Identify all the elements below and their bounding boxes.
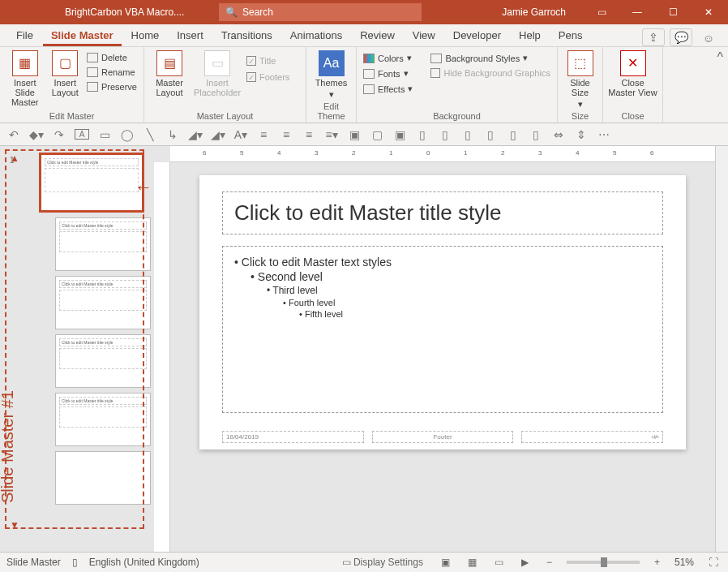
effects-button[interactable]: Effects ▾ xyxy=(362,83,414,95)
normal-view-icon[interactable]: ▣ xyxy=(438,557,453,568)
group-label-size: Size xyxy=(563,110,597,121)
fontcolor-icon[interactable]: A▾ xyxy=(233,128,248,141)
tab-view[interactable]: View xyxy=(405,26,443,46)
title-bar: BrightCarbon VBA Macro.... 🔍 Search Jami… xyxy=(0,0,728,24)
face-icon[interactable]: ☺ xyxy=(697,30,720,46)
bullet-l3[interactable]: Third level xyxy=(267,284,651,297)
body-placeholder[interactable]: Click to edit Master text styles Second … xyxy=(222,246,663,413)
dist-v-icon[interactable]: ⇕ xyxy=(574,128,589,141)
more-icon[interactable]: ⋯ xyxy=(597,128,611,141)
redo-icon[interactable]: ↷ xyxy=(52,128,66,141)
themes-button[interactable]: AaThemes▾ xyxy=(311,50,351,99)
close-master-view-button[interactable]: ✕Close Master View xyxy=(608,50,657,97)
colors-button[interactable]: Colors ▾ xyxy=(362,52,414,64)
align-obj2-icon[interactable]: ▯ xyxy=(438,128,452,141)
maximize-icon[interactable]: ☐ xyxy=(657,0,689,24)
tab-home[interactable]: Home xyxy=(123,26,168,46)
zoom-slider[interactable] xyxy=(567,561,640,564)
arrow-down-icon: ▼ xyxy=(10,519,19,531)
slide-size-button[interactable]: ⬚Slide Size▾ xyxy=(563,50,597,109)
fonts-button[interactable]: Fonts ▾ xyxy=(362,67,414,80)
slide-canvas[interactable]: Click to edit Master title style Click t… xyxy=(170,162,715,552)
ribbon: ▦Insert Slide Master ▢Insert Layout Dele… xyxy=(0,47,728,123)
zoom-out-icon[interactable]: − xyxy=(543,557,555,568)
align-center-icon[interactable]: ≡ xyxy=(279,128,293,141)
line-icon[interactable]: ╲ xyxy=(143,128,157,141)
background-styles-button[interactable]: Background Styles ▾ xyxy=(429,52,551,64)
status-language[interactable]: English (United Kingdom) xyxy=(89,557,199,568)
ribbon-display-icon[interactable]: ▭ xyxy=(585,0,618,24)
tab-file[interactable]: File xyxy=(8,26,41,46)
sorter-view-icon[interactable]: ▦ xyxy=(465,557,480,568)
comments-icon[interactable]: 💬 xyxy=(670,28,692,46)
align-obj4-icon[interactable]: ▯ xyxy=(483,128,498,141)
group-icon[interactable]: ▣ xyxy=(392,128,407,141)
thumbnail-panel[interactable]: 1 Click to edit Master title style Click… xyxy=(0,146,154,552)
tab-developer[interactable]: Developer xyxy=(445,26,509,46)
vertical-scrollbar[interactable] xyxy=(715,146,728,552)
align-obj6-icon[interactable]: ▯ xyxy=(529,128,543,141)
textbox-icon[interactable]: A xyxy=(75,129,89,140)
align-obj1-icon[interactable]: ▯ xyxy=(415,128,430,141)
horizontal-ruler[interactable]: 6543210123456 xyxy=(170,146,715,162)
rename-button[interactable]: Rename xyxy=(85,67,139,78)
vertical-ruler[interactable] xyxy=(154,162,170,552)
group-label-edit-master: Edit Master xyxy=(5,110,139,121)
outline-icon[interactable]: ◢▾ xyxy=(211,128,225,141)
undo-icon[interactable]: ↶ xyxy=(6,128,21,141)
close-icon[interactable]: ✕ xyxy=(692,0,725,24)
dist-h-icon[interactable]: ⇔ xyxy=(551,128,566,141)
slideshow-icon[interactable]: ▶ xyxy=(518,557,532,568)
search-box[interactable]: 🔍 Search xyxy=(219,3,422,21)
align-just-icon[interactable]: ≡▾ xyxy=(324,128,339,141)
display-settings-button[interactable]: ▭ Display Settings xyxy=(339,557,426,568)
connector-icon[interactable]: ↳ xyxy=(165,128,180,141)
fit-window-icon[interactable]: ⛶ xyxy=(705,557,722,568)
tab-animations[interactable]: Animations xyxy=(282,26,350,46)
preserve-button[interactable]: Preserve xyxy=(85,81,139,92)
share-icon[interactable]: ⇪ xyxy=(642,28,665,46)
title-placeholder[interactable]: Click to edit Master title style xyxy=(222,191,663,234)
master-layout-button[interactable]: ▤Master Layout xyxy=(149,50,190,97)
align-obj5-icon[interactable]: ▯ xyxy=(506,128,520,141)
bullet-l4[interactable]: Fourth level xyxy=(283,297,651,308)
pagenum-placeholder[interactable]: ‹#› xyxy=(521,431,663,443)
oval-icon[interactable]: ◯ xyxy=(120,128,135,141)
tab-pens[interactable]: Pens xyxy=(550,26,591,46)
align-obj3-icon[interactable]: ▯ xyxy=(460,128,475,141)
collapse-ribbon-icon[interactable]: ^ xyxy=(663,47,728,123)
shape-icon[interactable]: ◆▾ xyxy=(29,128,44,141)
tab-transitions[interactable]: Transitions xyxy=(213,26,280,46)
fill-icon[interactable]: ◢▾ xyxy=(188,128,203,141)
group-label-edit-theme: Edit Theme xyxy=(311,100,351,121)
zoom-in-icon[interactable]: + xyxy=(651,557,663,568)
bring-front-icon[interactable]: ▣ xyxy=(347,128,362,141)
tab-insert[interactable]: Insert xyxy=(169,26,212,46)
footer-placeholder[interactable]: Footer xyxy=(372,431,514,443)
insert-slide-master-button[interactable]: ▦Insert Slide Master xyxy=(5,50,45,107)
bullet-l5[interactable]: Fifth level xyxy=(299,308,651,320)
bullet-l1[interactable]: Click to edit Master text styles xyxy=(234,255,651,269)
send-back-icon[interactable]: ▢ xyxy=(370,128,384,141)
tab-help[interactable]: Help xyxy=(511,26,549,46)
title-checkbox: ✓Title xyxy=(245,55,291,67)
align-left-icon[interactable]: ≡ xyxy=(256,128,271,141)
date-placeholder[interactable]: 18/04/2019 xyxy=(222,431,364,443)
editor: 6543210123456 Click to edit Master title… xyxy=(154,146,728,552)
user-name[interactable]: Jamie Garroch xyxy=(502,6,566,18)
bullet-l2[interactable]: Second level xyxy=(251,269,651,284)
reading-view-icon[interactable]: ▭ xyxy=(491,557,507,568)
tab-slide-master[interactable]: Slide Master xyxy=(43,26,122,46)
delete-button[interactable]: Delete xyxy=(85,52,139,63)
insert-layout-button[interactable]: ▢Insert Layout xyxy=(48,50,82,107)
search-placeholder: Search xyxy=(242,6,273,18)
align-right-icon[interactable]: ≡ xyxy=(302,128,316,141)
search-icon: 🔍 xyxy=(225,6,238,18)
zoom-level[interactable]: 51% xyxy=(674,557,694,568)
minimize-icon[interactable]: — xyxy=(621,0,653,24)
hide-background-checkbox: Hide Background Graphics xyxy=(429,67,551,79)
slide[interactable]: Click to edit Master title style Click t… xyxy=(199,175,686,449)
accessibility-icon[interactable]: ▯ xyxy=(72,557,78,568)
rect-icon[interactable]: ▭ xyxy=(97,128,112,141)
tab-review[interactable]: Review xyxy=(352,26,403,46)
